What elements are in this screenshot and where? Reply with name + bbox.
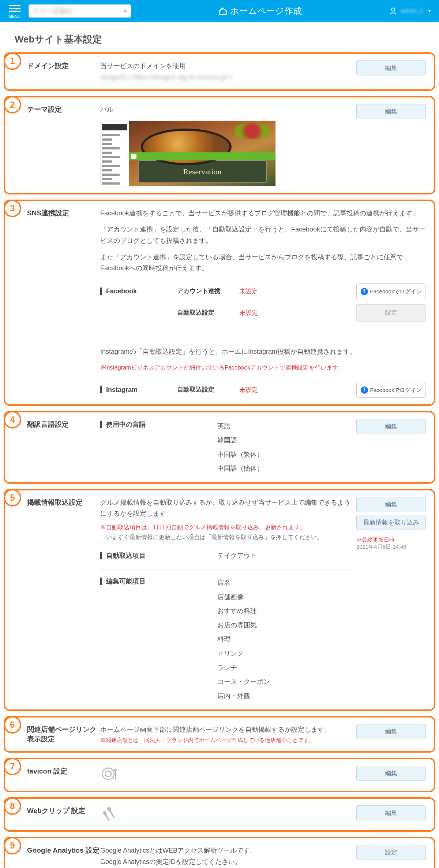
auto-import-value: テイクアウト: [217, 550, 257, 561]
section-label: favicon 設定: [27, 766, 100, 776]
edit-button[interactable]: 編集: [356, 724, 426, 739]
section-body: ホームページ画面下部に関連店舗ページリンクを自動掲載するか設定します。 ※関連店…: [100, 724, 356, 745]
editable-list: 店名 店舗画像 おすすめ料理 お店の雰囲気 料理 ドリンク ランチ コース・クー…: [217, 576, 270, 703]
section-sns: 3 SNS連携設定 Facebook連携をすることで、当サービスが提供するブログ…: [4, 200, 435, 406]
section-theme: 2 テーマ設定 バル Reservation: [4, 96, 435, 194]
section-label: 関連店舗ページリンク表示設定: [27, 724, 100, 744]
sections: 1 ドメイン設定 当サービスのドメインを使用 design01 ( https:…: [0, 52, 439, 868]
ig-autoimport-value: 未設定: [239, 386, 258, 393]
facebook-login-button[interactable]: fFacebookでログイン: [356, 283, 426, 300]
svg-point-1: [102, 768, 114, 780]
section-number: 4: [4, 411, 21, 429]
section-number: 9: [4, 837, 21, 854]
facebook-login-button[interactable]: fFacebookでログイン: [356, 382, 426, 398]
menu-button[interactable]: MENU: [4, 3, 26, 19]
section-analytics: 9 Google Analytics 設定 Google Analyticsとは…: [4, 837, 435, 868]
section-webclip: 8 Webクリップ 設定 編集: [4, 797, 435, 832]
svg-point-4: [114, 769, 117, 771]
section-translation: 4 翻訳言語設定 使用中の言語 英語 韓国語 中国語（繁体） 中国語（簡体） 編…: [4, 411, 435, 483]
domain-mode: 当サービスのドメインを使用: [100, 60, 350, 72]
facebook-icon: f: [361, 288, 368, 295]
section-label: テーマ設定: [27, 104, 100, 114]
section-body: バル Reservation: [100, 104, 356, 186]
fb-account-link-label: アカウント連携: [177, 286, 239, 297]
edit-button[interactable]: 編集: [356, 766, 426, 781]
related-note: ※関連店舗とは、同法人・ブランド内でホームページ作成している他店舗のことです。: [100, 735, 350, 745]
chevron-down-icon: ▾: [124, 7, 127, 15]
section-domain: 1 ドメイン設定 当サービスのドメインを使用 design01 ( https:…: [4, 52, 435, 91]
list-item: ドリンク: [217, 646, 270, 661]
edit-button[interactable]: 編集: [356, 419, 426, 434]
list-item: 店舗画像: [217, 590, 270, 604]
section-number: 1: [4, 52, 21, 70]
section-number: 6: [4, 716, 21, 734]
user-menu[interactable]: admin_1 ▼: [389, 7, 435, 15]
section-body: グルメ掲載情報を自動取り込みするか、取り込みせず当サービス上で編集できるようにす…: [100, 497, 356, 703]
section-label: Google Analytics 設定: [27, 845, 100, 855]
section-number: 7: [4, 758, 21, 775]
domain-value: design01 ( https://design1.stg.dc.conviv…: [100, 72, 350, 83]
home-icon: [218, 6, 228, 16]
divider: [100, 335, 426, 335]
languages-heading: 使用中の言語: [100, 421, 146, 428]
list-item: 中国語（簡体）: [217, 461, 263, 476]
section-label: SNS連携設定: [27, 208, 100, 218]
instagram-heading: Instagram: [100, 386, 138, 393]
list-item: おすすめ料理: [217, 604, 270, 618]
facebook-heading: Facebook: [100, 288, 137, 295]
fb-autoimport-label: 自動取込設定: [177, 308, 239, 318]
section-body: Facebook連携をすることで、当サービスが提供するブログ管理機能との間で、記…: [100, 208, 426, 398]
edit-button[interactable]: 編集: [356, 497, 426, 512]
list-item: 料理: [217, 632, 270, 646]
plate-icon: [100, 766, 119, 784]
fb-autoimport-value: 未設定: [239, 309, 258, 316]
edit-button[interactable]: 編集: [356, 805, 426, 820]
menu-label: MENU: [9, 14, 20, 19]
section-label: 翻訳言語設定: [27, 419, 100, 429]
list-item: 韓国語: [217, 433, 263, 448]
section-favicon: 7 favicon 設定 編集: [4, 758, 435, 792]
section-number: 8: [4, 797, 21, 815]
section-related-links: 6 関連店舗ページリンク表示設定 ホームページ画面下部に関連店舗ページリンクを自…: [4, 716, 435, 753]
section-label: 掲載情報取込設定: [27, 497, 100, 507]
list-item: 店名: [217, 576, 270, 590]
import-note1: ※自動取込項目は、1日1回自動でグルメ掲載情報を取り込み、更新されます。: [100, 522, 350, 532]
import-note2: いますぐ最新情報に更新したい場合は「最新情報を取り込み」を押してください。: [100, 532, 350, 542]
list-item: お店の雰囲気: [217, 618, 270, 633]
editable-heading: 編集可能項目: [100, 578, 146, 585]
section-label: Webクリップ 設定: [27, 805, 100, 816]
divider: [100, 570, 350, 570]
svg-rect-3: [115, 769, 116, 780]
store-select[interactable]: グリー店舗01 ▾: [29, 4, 131, 18]
ig-autoimport-label: 自動取込設定: [177, 385, 239, 395]
settings-button[interactable]: 設定: [356, 845, 426, 860]
svg-point-0: [391, 8, 395, 11]
store-select-value: グリー店舗01: [33, 7, 73, 15]
user-icon: [389, 7, 398, 15]
section-body: [100, 766, 356, 784]
settings-button-disabled: 設定: [356, 304, 426, 322]
svg-point-2: [105, 771, 111, 777]
fb-account-link-value: 未設定: [239, 288, 258, 295]
list-item: ランチ: [217, 661, 270, 675]
section-number: 2: [4, 96, 21, 114]
language-list: 英語 韓国語 中国語（繁体） 中国語（簡体）: [217, 419, 263, 475]
list-item: コース・クーポン: [217, 675, 270, 689]
section-number: 3: [4, 200, 21, 217]
section-label: ドメイン設定: [27, 60, 100, 71]
section-body: [100, 805, 356, 824]
list-item: 中国語（繁体）: [217, 448, 263, 462]
theme-thumbnail: Reservation: [100, 120, 276, 186]
list-item: 店内・外観: [217, 689, 270, 703]
user-name: admin_1: [401, 8, 423, 14]
edit-button[interactable]: 編集: [356, 104, 426, 119]
section-body: 当サービスのドメインを使用 design01 ( https://design1…: [100, 60, 356, 83]
last-updated: ※最終更新日時 2021年4月8日 14:46: [356, 537, 426, 550]
edit-button[interactable]: 編集: [356, 60, 426, 75]
section-number: 5: [4, 489, 21, 507]
instagram-note: ※Instagramビジネスアカウントが紐付いているFacebookアカウントで…: [100, 363, 426, 372]
fetch-latest-button[interactable]: 最新情報を取り込み: [356, 515, 426, 530]
page-title: Webサイト基本設定: [0, 22, 439, 52]
topbar: MENU グリー店舗01 ▾ ホームページ作成 admin_1 ▼: [0, 0, 439, 22]
cutlery-icon: [100, 805, 119, 824]
